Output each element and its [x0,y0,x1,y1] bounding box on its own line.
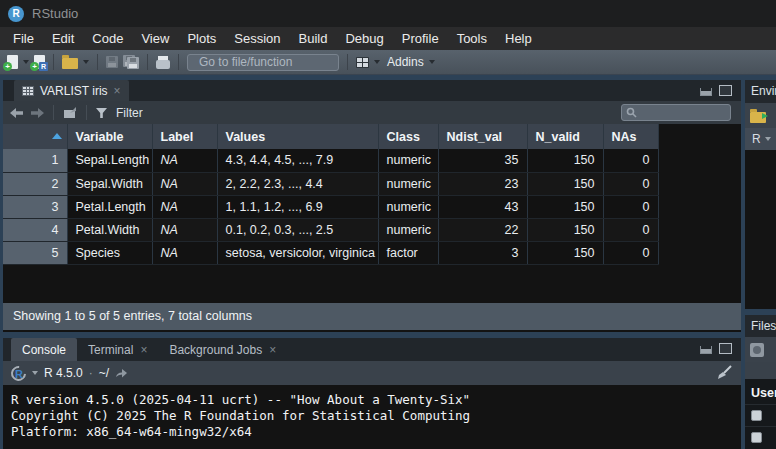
goto-file-input[interactable] [199,55,354,69]
menu-session[interactable]: Session [225,27,289,50]
table-row[interactable]: 3 Petal.Length NA 1, 1.1, 1.2, ..., 6.9 … [3,195,658,218]
source-tab-bar: VARLIST iris × [3,80,741,101]
menu-bar: File Edit Code View Plots Session Build … [0,27,776,50]
menu-edit[interactable]: Edit [43,27,83,50]
tab-background-jobs[interactable]: Background Jobs× [158,338,287,361]
row-number: 3 [3,195,67,218]
toolbar-separator [347,54,348,70]
menu-plots[interactable]: Plots [178,27,225,50]
file-checkbox[interactable] [751,432,762,443]
tab-label: Background Jobs [169,343,262,357]
tab-console[interactable]: Console [11,338,77,361]
new-file-icon[interactable]: + [7,55,18,69]
col-header-n-valid[interactable]: N_valid [527,124,603,149]
cell-ndist-val: 22 [438,218,527,241]
console-line: R version 4.5.0 (2025-04-11 ucrt) -- "Ho… [11,392,741,408]
new-project-icon[interactable]: +R [34,55,45,69]
viewer-toolbar: Filter [3,101,741,124]
pane-layout-caret-icon[interactable] [374,60,380,64]
save-all-icon[interactable] [123,55,139,69]
pane-layout-icon[interactable] [356,57,369,68]
cell-variable: Petal.Width [67,218,152,241]
cell-ndist-val: 43 [438,195,527,218]
main-toolbar: + +R Addins [0,50,776,75]
sort-asc-icon [52,133,62,139]
row-number: 1 [3,149,67,172]
goto-file-box[interactable] [187,54,339,71]
table-search-input[interactable] [641,106,726,120]
rownum-header[interactable] [3,124,67,149]
cell-nas: 0 [603,149,658,172]
tab-label: Terminal [88,343,133,357]
r-version-caret-icon[interactable] [32,371,38,375]
tab-files[interactable]: Files [745,315,776,337]
menu-profile[interactable]: Profile [393,27,448,50]
table-row[interactable]: 1 Sepal.Length NA 4.3, 4.4, 4.5, ..., 7.… [3,149,658,172]
forward-icon[interactable] [30,108,44,118]
console-tab-bar: Console Terminal× Background Jobs× [3,338,741,361]
popout-icon[interactable] [63,107,77,119]
menu-debug[interactable]: Debug [336,27,392,50]
goto-directory-icon[interactable] [115,368,128,378]
menu-help[interactable]: Help [496,27,541,50]
close-icon[interactable]: × [140,344,147,356]
r-badge-icon: R [39,62,48,71]
table-row[interactable]: 4 Petal.Width NA 0.1, 0.2, 0.3, ..., 2.5… [3,218,658,241]
table-row[interactable]: 2 Sepal.Width NA 2, 2.2, 2.3, ..., 4.4 n… [3,172,658,195]
environment-language-selector[interactable]: R [745,128,776,150]
file-checkbox[interactable] [751,410,762,421]
col-header-class[interactable]: Class [378,124,438,149]
tab-varlist-iris[interactable]: VARLIST iris × [14,80,129,101]
print-icon[interactable] [156,60,170,69]
filter-button[interactable]: Filter [116,106,143,120]
console-pane: Console Terminal× Background Jobs× R R 4… [3,338,741,449]
cell-variable: Petal.Length [67,195,152,218]
tab-environment[interactable]: Environment [745,80,776,103]
table-row[interactable]: 5 Species NA setosa, versicolor, virgini… [3,241,658,264]
menu-build[interactable]: Build [290,27,337,50]
close-icon[interactable]: × [114,85,121,97]
cell-nas: 0 [603,241,658,264]
load-workspace-icon[interactable] [750,112,766,123]
back-icon[interactable] [10,108,24,118]
cell-label: NA [152,218,217,241]
file-row[interactable] [745,404,776,426]
col-header-label[interactable]: Label [152,124,217,149]
minimize-icon[interactable] [700,346,712,354]
new-file-caret-icon[interactable] [23,60,29,64]
cell-ndist-val: 3 [438,241,527,264]
console-output[interactable]: R version 4.5.0 (2025-04-11 ucrt) -- "Ho… [3,385,741,440]
toolbar-separator [147,54,148,70]
files-toolbar [745,337,776,362]
table-search-box[interactable] [621,104,731,121]
row-number: 5 [3,241,67,264]
data-viewer-icon [22,86,34,96]
row-number: 4 [3,218,67,241]
addins-caret-icon[interactable] [429,60,435,64]
plus-badge-icon: + [30,62,39,71]
menu-tools[interactable]: Tools [448,27,496,50]
menu-view[interactable]: View [132,27,178,50]
filter-icon[interactable] [96,108,107,118]
tab-terminal[interactable]: Terminal× [77,338,158,361]
open-file-caret-icon[interactable] [83,60,89,64]
open-file-icon[interactable] [62,58,78,69]
col-header-nas[interactable]: NAs [603,124,658,149]
cell-nas: 0 [603,218,658,241]
file-row[interactable] [745,426,776,448]
col-header-values[interactable]: Values [217,124,378,149]
close-icon[interactable]: × [269,344,276,356]
cell-n-valid: 150 [527,218,603,241]
menu-file[interactable]: File [4,27,43,50]
new-blank-file-icon[interactable] [750,343,764,357]
cell-nas: 0 [603,195,658,218]
maximize-icon[interactable] [719,85,732,96]
addins-button[interactable]: Addins [387,55,424,69]
r-version-icon[interactable]: R [11,366,26,381]
col-header-ndist-val[interactable]: Ndist_val [438,124,527,149]
minimize-icon[interactable] [700,88,712,96]
col-header-variable[interactable]: Variable [67,124,152,149]
maximize-icon[interactable] [719,343,732,354]
broom-icon[interactable] [715,365,732,380]
menu-code[interactable]: Code [83,27,132,50]
